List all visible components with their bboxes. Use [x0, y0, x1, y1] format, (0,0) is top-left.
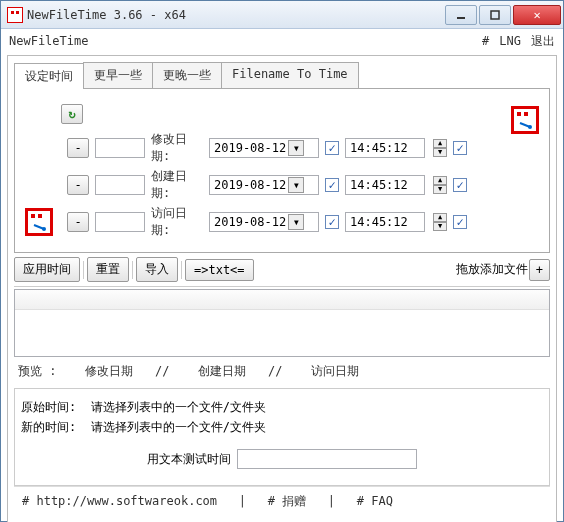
create-label: 创建日期: — [151, 168, 203, 202]
drag-hint: 拖放添加文件 — [456, 261, 528, 278]
modify-time-input[interactable]: 14:45:12 — [345, 138, 425, 158]
minus-modify-button[interactable]: - — [67, 138, 89, 158]
minus-create-button[interactable]: - — [67, 175, 89, 195]
apply-time-button[interactable]: 应用时间 — [14, 257, 80, 282]
minimize-button[interactable] — [445, 5, 477, 25]
svg-rect-10 — [31, 214, 35, 218]
title-bar: NewFileTime 3.66 - x64 ✕ — [1, 1, 563, 29]
tab-strip: 设定时间 更早一些 更晚一些 Filename To Time — [14, 62, 550, 89]
calendar-icon[interactable]: ▾ — [288, 140, 304, 156]
refresh-button[interactable]: ↻ — [61, 104, 83, 124]
offset-access-input[interactable] — [95, 212, 145, 232]
info-block: 原始时间: 请选择列表中的一个文件/文件夹 新的时间: 请选择列表中的一个文件/… — [14, 388, 550, 486]
create-date-input[interactable]: 2019-08-12▾ — [209, 175, 319, 195]
icon-top-right[interactable] — [511, 106, 539, 134]
file-list[interactable] — [14, 289, 550, 357]
calendar-icon[interactable]: ▾ — [288, 214, 304, 230]
close-button[interactable]: ✕ — [513, 5, 561, 25]
access-time-check[interactable]: ✓ — [453, 215, 467, 229]
menu-exit[interactable]: 退出 — [531, 33, 555, 50]
refresh-icon: ↻ — [68, 107, 75, 121]
maximize-button[interactable] — [479, 5, 511, 25]
svg-rect-0 — [7, 7, 23, 23]
footer-links: # http://www.softwareok.com | # 捐赠 | # F… — [14, 486, 550, 516]
link-homepage[interactable]: # http://www.softwareok.com — [22, 494, 217, 508]
svg-point-12 — [42, 227, 46, 231]
svg-rect-2 — [16, 11, 19, 14]
svg-rect-6 — [517, 112, 521, 116]
access-date-check[interactable]: ✓ — [325, 215, 339, 229]
modify-date-input[interactable]: 2019-08-12▾ — [209, 138, 319, 158]
svg-rect-11 — [38, 214, 42, 218]
list-header — [15, 290, 549, 310]
preview-row: 预览 : 修改日期 // 创建日期 // 访问日期 — [14, 357, 550, 386]
new-time-label: 新的时间: — [21, 420, 76, 434]
minus-access-button[interactable]: - — [67, 212, 89, 232]
import-button[interactable]: 导入 — [136, 257, 178, 282]
orig-time-label: 原始时间: — [21, 400, 76, 414]
test-label: 用文本测试时间 — [147, 449, 231, 469]
modify-label: 修改日期: — [151, 131, 203, 165]
access-label: 访问日期: — [151, 205, 203, 239]
tab-panel: ↻ - 修改日期: 2019-08-12▾ ✓ 14:45:12 ▲▼ ✓ - — [14, 89, 550, 253]
menu-bar: NewFileTime # LNG 退出 — [1, 29, 563, 53]
modify-date-check[interactable]: ✓ — [325, 141, 339, 155]
tab-earlier[interactable]: 更早一些 — [83, 62, 153, 88]
tab-later[interactable]: 更晚一些 — [152, 62, 222, 88]
access-time-spinner[interactable]: ▲▼ — [433, 213, 447, 231]
offset-modify-input[interactable] — [95, 138, 145, 158]
svg-point-8 — [528, 125, 532, 129]
app-icon — [7, 7, 23, 23]
access-date-input[interactable]: 2019-08-12▾ — [209, 212, 319, 232]
reset-button[interactable]: 重置 — [87, 257, 129, 282]
create-time-input[interactable]: 14:45:12 — [345, 175, 425, 195]
brand-label: NewFileTime — [9, 34, 88, 48]
icon-bottom-left[interactable] — [25, 208, 53, 236]
tab-filename-to-time[interactable]: Filename To Time — [221, 62, 359, 88]
link-faq[interactable]: # FAQ — [357, 494, 393, 508]
create-time-spinner[interactable]: ▲▼ — [433, 176, 447, 194]
access-time-input[interactable]: 14:45:12 — [345, 212, 425, 232]
modify-time-spinner[interactable]: ▲▼ — [433, 139, 447, 157]
modify-time-check[interactable]: ✓ — [453, 141, 467, 155]
offset-create-input[interactable] — [95, 175, 145, 195]
menu-hash[interactable]: # — [482, 34, 489, 48]
new-time-value: 请选择列表中的一个文件/文件夹 — [91, 420, 266, 434]
window-title: NewFileTime 3.66 - x64 — [27, 8, 445, 22]
toolbar: 应用时间 重置 导入 =>txt<= 拖放添加文件 + — [14, 253, 550, 287]
window: NewFileTime 3.66 - x64 ✕ NewFileTime # L… — [0, 0, 564, 522]
create-time-check[interactable]: ✓ — [453, 178, 467, 192]
create-date-check[interactable]: ✓ — [325, 178, 339, 192]
svg-rect-4 — [491, 11, 499, 19]
link-donate[interactable]: # 捐赠 — [268, 494, 306, 508]
content-area: 设定时间 更早一些 更晚一些 Filename To Time ↻ - 修改日期… — [7, 55, 557, 522]
svg-rect-1 — [11, 11, 14, 14]
add-file-button[interactable]: + — [529, 259, 550, 281]
test-text-input[interactable] — [237, 449, 417, 469]
svg-rect-7 — [524, 112, 528, 116]
tab-set-time[interactable]: 设定时间 — [14, 63, 84, 89]
calendar-icon[interactable]: ▾ — [288, 177, 304, 193]
txt-button[interactable]: =>txt<= — [185, 259, 254, 281]
orig-time-value: 请选择列表中的一个文件/文件夹 — [91, 400, 266, 414]
menu-lng[interactable]: LNG — [499, 34, 521, 48]
